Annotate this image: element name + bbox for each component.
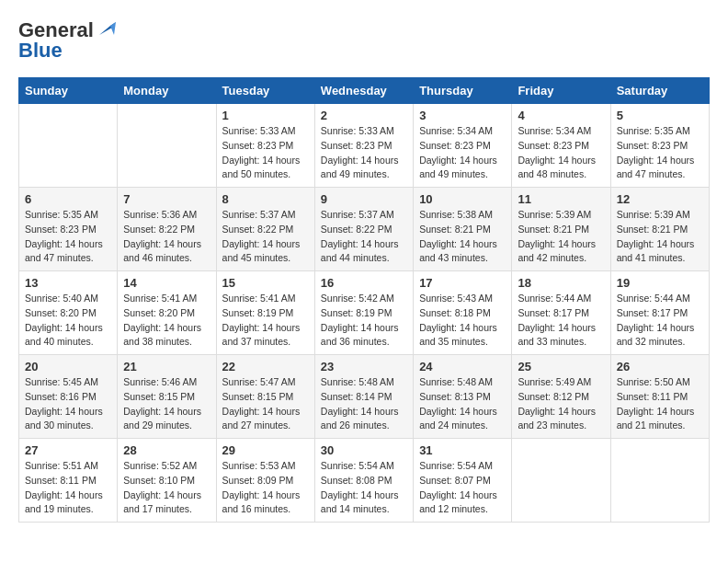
day-info: Sunrise: 5:48 AM Sunset: 8:13 PM Dayligh…	[419, 375, 506, 433]
day-number: 18	[518, 276, 604, 290]
calendar-empty	[610, 439, 709, 523]
day-number: 1	[222, 109, 309, 122]
day-info: Sunrise: 5:35 AM Sunset: 8:23 PM Dayligh…	[25, 208, 111, 266]
day-number: 29	[222, 443, 309, 457]
day-info: Sunrise: 5:53 AM Sunset: 8:09 PM Dayligh…	[222, 459, 309, 517]
day-info: Sunrise: 5:44 AM Sunset: 8:17 PM Dayligh…	[617, 292, 703, 350]
day-number: 19	[617, 276, 703, 290]
day-info: Sunrise: 5:34 AM Sunset: 8:23 PM Dayligh…	[419, 124, 506, 182]
weekday-header: Tuesday	[216, 78, 314, 104]
day-info: Sunrise: 5:54 AM Sunset: 8:07 PM Dayligh…	[419, 459, 506, 517]
day-info: Sunrise: 5:52 AM Sunset: 8:10 PM Dayligh…	[123, 459, 210, 517]
calendar-day: 10 Sunrise: 5:38 AM Sunset: 8:21 PM Dayl…	[414, 188, 512, 271]
day-number: 20	[25, 360, 111, 373]
day-info: Sunrise: 5:46 AM Sunset: 8:15 PM Dayligh…	[123, 375, 210, 433]
day-number: 13	[25, 276, 111, 290]
calendar-day: 29 Sunrise: 5:53 AM Sunset: 8:09 PM Dayl…	[216, 439, 314, 523]
day-number: 23	[321, 360, 407, 373]
logo-icon	[96, 18, 116, 39]
day-number: 25	[518, 360, 604, 373]
day-info: Sunrise: 5:54 AM Sunset: 8:08 PM Dayligh…	[321, 459, 407, 517]
day-info: Sunrise: 5:39 AM Sunset: 8:21 PM Dayligh…	[617, 208, 703, 266]
day-info: Sunrise: 5:35 AM Sunset: 8:23 PM Dayligh…	[617, 124, 703, 182]
calendar-day: 2 Sunrise: 5:33 AM Sunset: 8:23 PM Dayli…	[314, 104, 413, 188]
weekday-header: Friday	[512, 78, 610, 104]
day-number: 7	[123, 192, 210, 206]
calendar-day: 12 Sunrise: 5:39 AM Sunset: 8:21 PM Dayl…	[610, 188, 709, 271]
day-info: Sunrise: 5:51 AM Sunset: 8:11 PM Dayligh…	[25, 459, 111, 517]
day-info: Sunrise: 5:48 AM Sunset: 8:14 PM Dayligh…	[321, 375, 407, 433]
day-number: 12	[617, 192, 703, 206]
day-number: 3	[419, 109, 506, 122]
day-number: 14	[123, 276, 210, 290]
calendar-day: 3 Sunrise: 5:34 AM Sunset: 8:23 PM Dayli…	[414, 104, 512, 188]
page-header: General Blue	[18, 18, 710, 63]
calendar-day: 8 Sunrise: 5:37 AM Sunset: 8:22 PM Dayli…	[216, 188, 314, 271]
calendar-day: 1 Sunrise: 5:33 AM Sunset: 8:23 PM Dayli…	[216, 104, 314, 188]
day-number: 17	[419, 276, 506, 290]
weekday-header: Saturday	[610, 78, 709, 104]
day-number: 11	[518, 192, 604, 206]
calendar-day: 6 Sunrise: 5:35 AM Sunset: 8:23 PM Dayli…	[19, 188, 118, 271]
calendar-day: 28 Sunrise: 5:52 AM Sunset: 8:10 PM Dayl…	[118, 439, 216, 523]
weekday-header: Sunday	[19, 78, 118, 104]
day-info: Sunrise: 5:47 AM Sunset: 8:15 PM Dayligh…	[222, 375, 309, 433]
weekday-header: Monday	[118, 78, 216, 104]
calendar-day: 31 Sunrise: 5:54 AM Sunset: 8:07 PM Dayl…	[414, 439, 512, 523]
day-number: 28	[123, 443, 210, 457]
calendar-day: 27 Sunrise: 5:51 AM Sunset: 8:11 PM Dayl…	[19, 439, 118, 523]
day-number: 5	[617, 109, 703, 122]
day-number: 30	[321, 443, 407, 457]
weekday-header: Thursday	[414, 78, 512, 104]
calendar-day: 30 Sunrise: 5:54 AM Sunset: 8:08 PM Dayl…	[314, 439, 413, 523]
calendar-day: 19 Sunrise: 5:44 AM Sunset: 8:17 PM Dayl…	[610, 271, 709, 355]
day-number: 21	[123, 360, 210, 373]
calendar-day: 17 Sunrise: 5:43 AM Sunset: 8:18 PM Dayl…	[414, 271, 512, 355]
day-info: Sunrise: 5:42 AM Sunset: 8:19 PM Dayligh…	[321, 292, 407, 350]
calendar-day: 14 Sunrise: 5:41 AM Sunset: 8:20 PM Dayl…	[118, 271, 216, 355]
weekday-header: Wednesday	[314, 78, 413, 104]
calendar-header: SundayMondayTuesdayWednesdayThursdayFrid…	[19, 78, 710, 104]
calendar-day: 23 Sunrise: 5:48 AM Sunset: 8:14 PM Dayl…	[314, 355, 413, 439]
day-info: Sunrise: 5:41 AM Sunset: 8:19 PM Dayligh…	[222, 292, 309, 350]
calendar-day: 4 Sunrise: 5:34 AM Sunset: 8:23 PM Dayli…	[512, 104, 610, 188]
calendar-day: 16 Sunrise: 5:42 AM Sunset: 8:19 PM Dayl…	[314, 271, 413, 355]
day-number: 31	[419, 443, 506, 457]
day-info: Sunrise: 5:37 AM Sunset: 8:22 PM Dayligh…	[222, 208, 309, 266]
day-info: Sunrise: 5:49 AM Sunset: 8:12 PM Dayligh…	[518, 375, 604, 433]
calendar-day: 22 Sunrise: 5:47 AM Sunset: 8:15 PM Dayl…	[216, 355, 314, 439]
day-info: Sunrise: 5:45 AM Sunset: 8:16 PM Dayligh…	[25, 375, 111, 433]
calendar-day: 5 Sunrise: 5:35 AM Sunset: 8:23 PM Dayli…	[610, 104, 709, 188]
day-number: 9	[321, 192, 407, 206]
calendar-empty	[512, 439, 610, 523]
day-info: Sunrise: 5:41 AM Sunset: 8:20 PM Dayligh…	[123, 292, 210, 350]
logo: General Blue	[18, 18, 116, 63]
day-number: 15	[222, 276, 309, 290]
calendar-day: 20 Sunrise: 5:45 AM Sunset: 8:16 PM Dayl…	[19, 355, 118, 439]
calendar-day: 11 Sunrise: 5:39 AM Sunset: 8:21 PM Dayl…	[512, 188, 610, 271]
day-number: 24	[419, 360, 506, 373]
day-info: Sunrise: 5:33 AM Sunset: 8:23 PM Dayligh…	[321, 124, 407, 182]
calendar-day: 18 Sunrise: 5:44 AM Sunset: 8:17 PM Dayl…	[512, 271, 610, 355]
day-info: Sunrise: 5:36 AM Sunset: 8:22 PM Dayligh…	[123, 208, 210, 266]
day-number: 10	[419, 192, 506, 206]
day-number: 2	[321, 109, 407, 122]
day-info: Sunrise: 5:44 AM Sunset: 8:17 PM Dayligh…	[518, 292, 604, 350]
calendar-day: 25 Sunrise: 5:49 AM Sunset: 8:12 PM Dayl…	[512, 355, 610, 439]
calendar-day: 9 Sunrise: 5:37 AM Sunset: 8:22 PM Dayli…	[314, 188, 413, 271]
day-number: 8	[222, 192, 309, 206]
day-number: 6	[25, 192, 111, 206]
day-info: Sunrise: 5:50 AM Sunset: 8:11 PM Dayligh…	[617, 375, 703, 433]
day-number: 22	[222, 360, 309, 373]
calendar-day: 21 Sunrise: 5:46 AM Sunset: 8:15 PM Dayl…	[118, 355, 216, 439]
calendar-table: SundayMondayTuesdayWednesdayThursdayFrid…	[18, 77, 710, 523]
calendar-day: 24 Sunrise: 5:48 AM Sunset: 8:13 PM Dayl…	[414, 355, 512, 439]
calendar-day: 15 Sunrise: 5:41 AM Sunset: 8:19 PM Dayl…	[216, 271, 314, 355]
day-info: Sunrise: 5:39 AM Sunset: 8:21 PM Dayligh…	[518, 208, 604, 266]
day-info: Sunrise: 5:33 AM Sunset: 8:23 PM Dayligh…	[222, 124, 309, 182]
day-info: Sunrise: 5:43 AM Sunset: 8:18 PM Dayligh…	[419, 292, 506, 350]
day-number: 4	[518, 109, 604, 122]
day-number: 27	[25, 443, 111, 457]
day-info: Sunrise: 5:38 AM Sunset: 8:21 PM Dayligh…	[419, 208, 506, 266]
day-number: 26	[617, 360, 703, 373]
